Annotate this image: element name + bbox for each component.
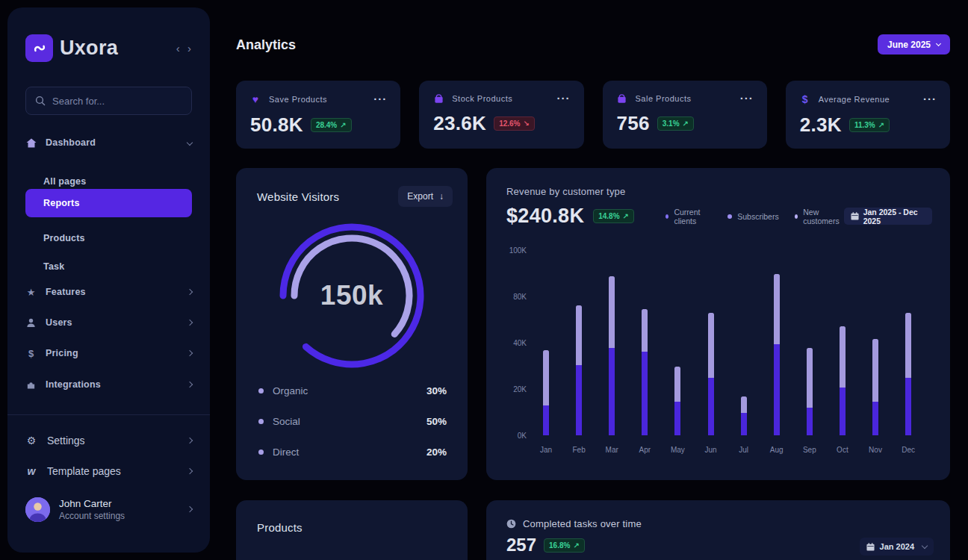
- bar-jan: [543, 350, 549, 435]
- sidebar-item-label: Reports: [43, 198, 80, 208]
- card-title: Completed tasks over time: [523, 518, 642, 529]
- trend-badge: 28.4%↗: [311, 118, 352, 132]
- sidebar-item-reports[interactable]: Reports: [25, 189, 192, 217]
- sidebar-item-label: Template pages: [47, 465, 121, 477]
- more-options-button[interactable]: ···: [923, 96, 937, 102]
- stat-label: Stock Products: [452, 94, 512, 103]
- chevron-right-icon: [187, 438, 193, 444]
- stat-cards: ♥ Save Products ··· 50.8K 28.4%↗ Stock P…: [236, 81, 950, 149]
- y-axis-label: 40K: [498, 339, 527, 347]
- more-options-button[interactable]: ···: [740, 96, 754, 102]
- trend-badge: 16.8%↗: [544, 538, 585, 553]
- bar-oct: [840, 326, 846, 435]
- avatar: [25, 497, 50, 522]
- sidebar-item-pricing[interactable]: $ Pricing: [25, 345, 192, 361]
- bar-apr: [642, 309, 648, 435]
- bar-mar: [609, 276, 615, 435]
- sidebar-item-all-pages[interactable]: All pages: [43, 176, 86, 187]
- date-range-chip[interactable]: Jan 2025 - Dec 2025: [844, 208, 932, 225]
- download-arrow-icon: ↓: [439, 191, 444, 202]
- sidebar-item-settings[interactable]: ⚙ Settings: [25, 432, 192, 449]
- y-axis-label: 20K: [498, 385, 527, 393]
- search-icon: [35, 96, 46, 106]
- x-axis-label: Aug: [770, 446, 784, 454]
- dollar-icon: $: [800, 93, 810, 105]
- x-axis-label: Mar: [606, 446, 618, 454]
- legend-dot-icon: [258, 449, 264, 455]
- website-visitors-card: Website Visitors Export ↓ 150k Organic 3…: [236, 168, 468, 480]
- uxora-logo-icon: [25, 34, 53, 62]
- user-subtitle: Account settings: [59, 511, 125, 521]
- chevron-right-icon: [187, 289, 193, 295]
- bar-jul: [741, 396, 747, 435]
- sidebar-item-users[interactable]: Users: [25, 314, 192, 331]
- sidebar-divider: [7, 414, 210, 415]
- trend-up-icon: ↗: [683, 119, 689, 128]
- stat-value: 50.8K: [250, 113, 303, 137]
- trend-badge: 12.6%↘: [494, 116, 535, 131]
- sidebar-item-products[interactable]: Products: [43, 233, 85, 243]
- sidebar-item-label: Integrations: [46, 379, 101, 390]
- sidebar-item-integrations[interactable]: Integrations: [25, 376, 192, 393]
- y-axis-label: 80K: [498, 293, 527, 301]
- legend-item-direct: Direct 20%: [258, 437, 447, 467]
- x-axis-label: Feb: [572, 446, 585, 454]
- bar-may: [674, 367, 680, 435]
- tasks-value: 257: [506, 535, 536, 556]
- chevron-right-icon: [187, 506, 193, 512]
- sidebar-item-dashboard[interactable]: Dashboard: [25, 134, 192, 151]
- trend-up-icon: ↗: [573, 541, 579, 550]
- sidebar-item-label: Pricing: [46, 348, 78, 358]
- sidebar-item-label: Users: [46, 317, 72, 328]
- revenue-value: $240.8K: [506, 205, 584, 228]
- sidebar-item-template-pages[interactable]: w Template pages: [25, 462, 192, 480]
- card-title: Revenue by customer type: [486, 168, 950, 197]
- account-settings-item[interactable]: John Carter Account settings: [25, 493, 192, 526]
- stat-card-sale-products: Sale Products ··· 756 3.1%↗: [603, 81, 767, 149]
- revenue-legend-dot: [666, 214, 669, 219]
- x-axis-label: May: [671, 446, 685, 454]
- search-box[interactable]: [25, 87, 192, 115]
- card-title: Website Visitors: [257, 190, 339, 203]
- logo-text: Uxora: [60, 37, 118, 60]
- stat-value: 756: [617, 112, 650, 135]
- star-icon: ★: [25, 287, 37, 298]
- calendar-icon: [851, 212, 859, 220]
- app-root: Uxora ‹ › Dashboard All pages Reports Pr…: [0, 0, 968, 560]
- calendar-icon: [866, 543, 875, 551]
- trend-up-icon: ↗: [623, 212, 629, 220]
- bar-aug: [774, 274, 780, 435]
- x-axis-label: Apr: [639, 446, 651, 454]
- period-selector-button[interactable]: June 2025: [878, 34, 950, 55]
- dollar-icon: $: [25, 348, 37, 359]
- sidebar-item-task[interactable]: Task: [43, 261, 64, 272]
- sidebar-item-label: Dashboard: [46, 137, 96, 148]
- stat-label: Average Revenue: [819, 95, 890, 104]
- search-input[interactable]: [52, 96, 182, 107]
- visitors-total: 150k: [273, 217, 430, 374]
- shopping-bag-icon: [617, 93, 627, 104]
- bar-feb: [576, 305, 582, 435]
- trend-badge: 11.3%↗: [849, 118, 890, 132]
- puzzle-icon: [25, 380, 37, 390]
- gear-icon: ⚙: [25, 435, 37, 447]
- chevron-right-icon: [187, 382, 193, 388]
- clock-icon: [506, 519, 516, 529]
- more-options-button[interactable]: ···: [373, 96, 387, 102]
- revenue-legend-dot: [795, 214, 798, 219]
- export-button[interactable]: Export ↓: [398, 186, 453, 207]
- legend-item-social: Social 50%: [258, 406, 447, 437]
- trend-up-icon: ↗: [340, 121, 346, 129]
- sidebar-collapse-button[interactable]: ‹ ›: [176, 42, 193, 55]
- x-axis-label: Oct: [837, 446, 848, 454]
- stat-card-average-revenue: $ Average Revenue ··· 2.3K 11.3%↗: [786, 81, 950, 149]
- sidebar-item-features[interactable]: ★ Features: [25, 284, 192, 300]
- more-options-button[interactable]: ···: [557, 96, 571, 102]
- legend-item-subscribers: Subscribers: [727, 208, 778, 225]
- stat-card-stock-products: Stock Products ··· 23.6K 12.6%↘: [419, 81, 583, 149]
- legend-item-new-customers: New customers: [795, 208, 844, 225]
- legend-item-organic: Organic 30%: [258, 376, 447, 406]
- revenue-card: Revenue by customer type $240.8K 14.8%↗ …: [486, 168, 950, 480]
- tasks-date-chip[interactable]: Jan 2024: [860, 538, 934, 556]
- stat-value: 23.6K: [433, 112, 486, 135]
